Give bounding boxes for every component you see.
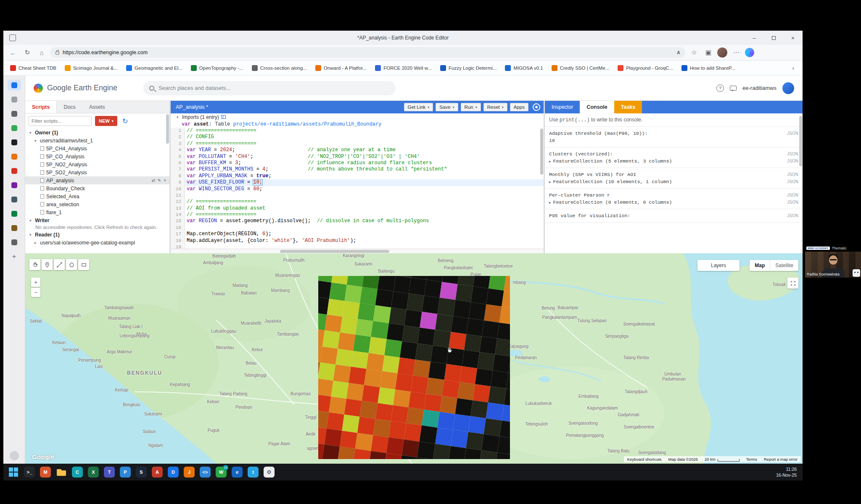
- account-avatar[interactable]: [782, 82, 794, 94]
- taskbar-clock[interactable]: 11:26 16-Nov-25: [776, 466, 797, 478]
- taskbar-whatsapp[interactable]: W22: [215, 466, 227, 478]
- browser-profile-avatar[interactable]: [717, 47, 727, 58]
- script-file-selected_area[interactable]: Selected_Area: [25, 192, 169, 200]
- taskbar-steam[interactable]: S: [135, 466, 147, 478]
- taskbar-edge[interactable]: e: [231, 466, 243, 478]
- home-button[interactable]: ⌂: [36, 47, 47, 58]
- code-line-10[interactable]: 10var WIND_SECTOR_DEG = 60;: [171, 186, 544, 192]
- taskbar-terminal[interactable]: >_: [24, 466, 35, 478]
- code-line-6[interactable]: 6var BUFFER_KM = 3; // influence radius …: [171, 160, 544, 166]
- browser-tab-5[interactable]: [8, 137, 21, 148]
- taskbar-camera[interactable]: C: [71, 466, 83, 478]
- console-scrollbar[interactable]: [799, 116, 802, 166]
- polyline-icon[interactable]: [54, 259, 65, 270]
- browser-tab-2[interactable]: [8, 94, 21, 105]
- bookmark-item[interactable]: Geomagnetic and El...: [126, 65, 182, 71]
- settings-menu-icon[interactable]: ⋯: [731, 47, 742, 58]
- filter-scripts-input[interactable]: [29, 116, 92, 126]
- browser-tab-1[interactable]: [8, 80, 21, 91]
- expand-icon[interactable]: ▸: [549, 180, 551, 184]
- taskbar-start[interactable]: [8, 466, 19, 478]
- json-link[interactable]: JSON: [783, 172, 798, 177]
- close-button[interactable]: ×: [783, 31, 803, 45]
- script-file-area_selection[interactable]: area_selection: [25, 200, 169, 208]
- taskbar-telegram[interactable]: t: [247, 466, 259, 478]
- expand-icon[interactable]: ▸: [549, 200, 551, 205]
- browser-tab-7[interactable]: [8, 165, 21, 176]
- code-line-2[interactable]: 2// CONFIG: [171, 134, 544, 140]
- address-bar[interactable]: https://code.earthengine.google.com A: [50, 47, 685, 58]
- zoom-out-button[interactable]: −: [31, 288, 40, 297]
- scripts-scrollbar[interactable]: [166, 114, 169, 144]
- code-line-1[interactable]: 1// ====================: [171, 128, 544, 134]
- keyboard-shortcuts-link[interactable]: Keyboard shortcuts: [627, 457, 662, 462]
- map-type-map[interactable]: Map: [750, 260, 770, 271]
- tree-reader-item[interactable]: ▸ users/sat-io/awesome-gee-catalog-examp…: [25, 239, 169, 247]
- feedback-icon[interactable]: [730, 86, 737, 91]
- imports-entry-row[interactable]: var asset: Table projects/ee-raditiamws/…: [171, 121, 544, 128]
- taskbar-excel[interactable]: X: [87, 466, 99, 478]
- json-link[interactable]: JSON: [783, 131, 798, 136]
- taskbar-jira[interactable]: J: [183, 466, 195, 478]
- json-link[interactable]: JSON: [783, 179, 798, 184]
- script-file-5p_no2_analysis[interactable]: 5P_NO2_Analysis: [25, 160, 169, 168]
- tree-writer-header[interactable]: ▾ Writer: [25, 216, 169, 224]
- code-line-18[interactable]: 18Map.addLayer(asset, {color: 'white'}, …: [171, 238, 544, 244]
- expand-icon[interactable]: ▸: [549, 159, 551, 163]
- pan-hand-icon[interactable]: [29, 259, 40, 270]
- fullscreen-button[interactable]: [787, 278, 798, 289]
- help-icon[interactable]: ?: [716, 84, 724, 92]
- reset-button[interactable]: Reset▾: [483, 103, 507, 111]
- code-line-17[interactable]: 17Map.centerObject(REGION, 6);: [171, 231, 544, 237]
- tree-owner-header[interactable]: ▾ Owner (1): [25, 129, 169, 136]
- code-line-11[interactable]: 11: [171, 192, 544, 199]
- code-line-16[interactable]: 16: [171, 225, 544, 231]
- code-line-7[interactable]: 7var PERSIST_MIN_MONTHS = 4; // months a…: [171, 166, 544, 173]
- tab-tasks[interactable]: Tasks: [614, 101, 642, 113]
- script-file-5p_co_analysis[interactable]: 5P_CO_Analysis: [25, 152, 169, 160]
- delete-icon[interactable]: ×: [164, 178, 166, 183]
- browser-tab-9[interactable]: [8, 194, 21, 205]
- get-link-button[interactable]: Get Link▾: [404, 103, 433, 111]
- bookmark-item[interactable]: Fuzzy Logic Determi...: [440, 65, 497, 71]
- bookmark-item[interactable]: Scimago Journal &...: [65, 65, 118, 71]
- taskbar-teams[interactable]: T: [103, 466, 115, 478]
- taskbar-vscode[interactable]: <>: [199, 466, 211, 478]
- workspace-icon[interactable]: [9, 34, 16, 41]
- taskbar-drive[interactable]: D: [167, 466, 179, 478]
- bookmark-item[interactable]: OpenTopography -...: [191, 65, 243, 71]
- taskbar-phone-link[interactable]: P: [119, 466, 131, 478]
- map-type-satellite[interactable]: Satellite: [770, 260, 798, 271]
- report-error-link[interactable]: Report a map error: [764, 457, 798, 462]
- favorites-icon[interactable]: ☆: [689, 47, 700, 58]
- browser-tab-12[interactable]: [8, 237, 21, 248]
- bookmark-item[interactable]: Cheat Sheet TDB: [10, 65, 56, 71]
- code-line-15[interactable]: 15var REGION = asset.geometry().dissolve…: [171, 218, 544, 224]
- editor-settings-gear-icon[interactable]: [533, 103, 540, 111]
- bookmark-item[interactable]: Credly SSO | CertMe...: [552, 65, 609, 71]
- code-line-14[interactable]: 14// ====================: [171, 212, 544, 218]
- browser-tab-11[interactable]: [8, 223, 21, 234]
- zoom-in-button[interactable]: +: [31, 278, 40, 287]
- editor-vertical-scrollbar[interactable]: [540, 129, 543, 175]
- tab-docs[interactable]: Docs: [57, 101, 82, 113]
- browser-tab-4[interactable]: [8, 123, 21, 134]
- share-icon[interactable]: ⇄: [151, 178, 155, 183]
- script-file-flare_1[interactable]: flare_1: [25, 208, 169, 216]
- code-line-12[interactable]: 12// ====================: [171, 199, 544, 205]
- browser-tab-3[interactable]: [8, 108, 21, 119]
- bookmark-item[interactable]: MIGOSA v0.1: [505, 65, 543, 71]
- code-line-4[interactable]: 4var YEAR = 2024; // analyze one year at…: [171, 147, 544, 153]
- browser-tab-8[interactable]: [8, 180, 21, 191]
- tab-inspector[interactable]: Inspector: [545, 101, 580, 113]
- polygon-icon[interactable]: [66, 259, 77, 270]
- layers-button[interactable]: Layers: [697, 260, 740, 271]
- json-link[interactable]: JSON: [783, 152, 798, 156]
- maximize-button[interactable]: [764, 31, 783, 45]
- bookmark-item[interactable]: FORCE 2020 Well w...: [375, 65, 432, 71]
- code-line-9[interactable]: 9var USE_FIXED_FLOOR = 10;: [171, 179, 544, 186]
- editor-file-tab[interactable]: AP_analysis *: [174, 104, 208, 110]
- json-link[interactable]: JSON: [783, 193, 798, 197]
- script-file-ap_analysis[interactable]: AP_analysis⇄✎×: [25, 176, 169, 184]
- minimize-button[interactable]: –: [745, 31, 764, 45]
